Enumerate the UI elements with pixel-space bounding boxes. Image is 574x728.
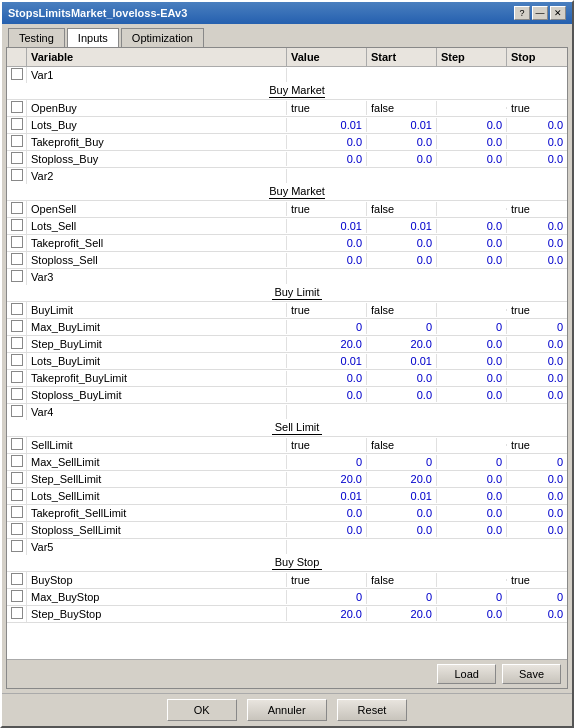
row-check <box>7 252 27 268</box>
col-variable: Variable <box>27 48 287 66</box>
window-title: StopsLimitsMarket_loveloss-EAv3 <box>8 7 187 19</box>
row-start: false <box>367 202 437 216</box>
row-value: 0.0 <box>287 388 367 402</box>
row-step <box>437 107 507 109</box>
row-check <box>7 319 27 335</box>
checkbox[interactable] <box>11 506 23 518</box>
row-stop: 0 <box>507 590 567 604</box>
list-item: Takeprofit_Buy 0.0 0.0 0.0 0.0 <box>7 134 567 151</box>
row-value: 0 <box>287 590 367 604</box>
list-item: Step_BuyStop 20.0 20.0 0.0 0.0 <box>7 606 567 623</box>
row-variable: OpenBuy <box>27 101 287 115</box>
checkbox[interactable] <box>11 219 23 231</box>
row-check <box>7 168 27 184</box>
row-stop: 0.0 <box>507 489 567 503</box>
tab-bar: Testing Inputs Optimization <box>2 24 572 47</box>
row-variable: Var3 <box>27 270 287 284</box>
row-step: 0.0 <box>437 472 507 486</box>
row-variable: Takeprofit_BuyLimit <box>27 371 287 385</box>
row-value: 0.0 <box>287 135 367 149</box>
row-step: 0.0 <box>437 135 507 149</box>
list-item: Stoploss_Sell 0.0 0.0 0.0 0.0 <box>7 252 567 269</box>
checkbox[interactable] <box>11 118 23 130</box>
checkbox[interactable] <box>11 320 23 332</box>
tab-inputs[interactable]: Inputs <box>67 28 119 47</box>
row-variable: Takeprofit_Buy <box>27 135 287 149</box>
row-step: 0.0 <box>437 236 507 250</box>
row-variable: SellLimit <box>27 438 287 452</box>
row-value: true <box>287 303 367 317</box>
list-item: OpenBuy true false true <box>7 100 567 117</box>
reset-button[interactable]: Reset <box>337 699 408 721</box>
row-stop: 0.0 <box>507 472 567 486</box>
checkbox[interactable] <box>11 455 23 467</box>
col-value: Value <box>287 48 367 66</box>
help-button[interactable]: ? <box>514 6 530 20</box>
col-check <box>7 48 27 66</box>
checkbox[interactable] <box>11 607 23 619</box>
checkbox[interactable] <box>11 354 23 366</box>
checkbox[interactable] <box>11 135 23 147</box>
list-item: Var3 Buy Limit <box>7 269 567 302</box>
minimize-button[interactable]: — <box>532 6 548 20</box>
main-window: StopsLimitsMarket_loveloss-EAv3 ? — ✕ Te… <box>0 0 574 728</box>
tab-testing[interactable]: Testing <box>8 28 65 47</box>
checkbox[interactable] <box>11 590 23 602</box>
row-stop: 0 <box>507 455 567 469</box>
load-button[interactable]: Load <box>437 664 495 684</box>
checkbox[interactable] <box>11 152 23 164</box>
row-variable: Lots_SellLimit <box>27 489 287 503</box>
checkbox[interactable] <box>11 236 23 248</box>
checkbox[interactable] <box>11 101 23 113</box>
list-item: Takeprofit_BuyLimit 0.0 0.0 0.0 0.0 <box>7 370 567 387</box>
checkbox[interactable] <box>11 371 23 383</box>
checkbox[interactable] <box>11 540 23 552</box>
checkbox[interactable] <box>11 472 23 484</box>
row-step: 0.0 <box>437 489 507 503</box>
row-variable: BuyStop <box>27 573 287 587</box>
annuler-button[interactable]: Annuler <box>247 699 327 721</box>
checkbox[interactable] <box>11 337 23 349</box>
row-check <box>7 454 27 470</box>
checkbox[interactable] <box>11 169 23 181</box>
row-value: 0.01 <box>287 489 367 503</box>
checkbox[interactable] <box>11 202 23 214</box>
row-value: true <box>287 101 367 115</box>
row-check <box>7 117 27 133</box>
ok-button[interactable]: OK <box>167 699 237 721</box>
list-item: Step_SellLimit 20.0 20.0 0.0 0.0 <box>7 471 567 488</box>
checkbox[interactable] <box>11 573 23 585</box>
row-check <box>7 269 27 285</box>
row-variable: Var1 <box>27 68 287 82</box>
checkbox[interactable] <box>11 489 23 501</box>
checkbox[interactable] <box>11 270 23 282</box>
close-button[interactable]: ✕ <box>550 6 566 20</box>
checkbox[interactable] <box>11 438 23 450</box>
row-value: true <box>287 438 367 452</box>
list-item: Max_BuyStop 0 0 0 0 <box>7 589 567 606</box>
checkbox[interactable] <box>11 405 23 417</box>
checkbox[interactable] <box>11 253 23 265</box>
row-variable: Stoploss_SellLimit <box>27 523 287 537</box>
tab-optimization[interactable]: Optimization <box>121 28 204 47</box>
checkbox[interactable] <box>11 523 23 535</box>
list-item: Lots_BuyLimit 0.01 0.01 0.0 0.0 <box>7 353 567 370</box>
col-start: Start <box>367 48 437 66</box>
list-item: Stoploss_SellLimit 0.0 0.0 0.0 0.0 <box>7 522 567 539</box>
list-item: Lots_Sell 0.01 0.01 0.0 0.0 <box>7 218 567 235</box>
checkbox[interactable] <box>11 388 23 400</box>
row-start: false <box>367 303 437 317</box>
list-item: Step_BuyLimit 20.0 20.0 0.0 0.0 <box>7 336 567 353</box>
row-start: 0 <box>367 320 437 334</box>
row-variable: Stoploss_Buy <box>27 152 287 166</box>
checkbox[interactable] <box>11 303 23 315</box>
row-step <box>437 444 507 446</box>
list-item: SellLimit true false true <box>7 437 567 454</box>
checkbox[interactable] <box>11 68 23 80</box>
row-value: true <box>287 202 367 216</box>
save-button[interactable]: Save <box>502 664 561 684</box>
row-stop: 0.0 <box>507 118 567 132</box>
inputs-table[interactable]: Variable Value Start Step Stop Var1 Buy … <box>7 48 567 659</box>
row-value: 0.0 <box>287 523 367 537</box>
row-check <box>7 353 27 369</box>
